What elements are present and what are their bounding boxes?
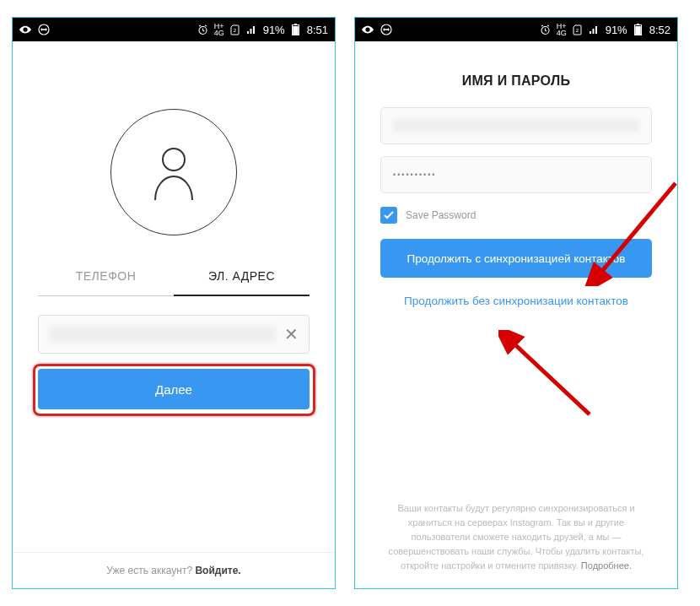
network-type-icon: H+4G — [557, 23, 567, 36]
status-bar: H+4G 2 91% 8:52 — [355, 18, 677, 41]
signal-icon — [589, 24, 600, 35]
name-field[interactable] — [380, 107, 652, 144]
svg-text:2: 2 — [576, 28, 579, 33]
svg-text:2: 2 — [234, 28, 237, 33]
svg-rect-5 — [293, 26, 299, 35]
signup-tabs: ТЕЛЕФОН ЭЛ. АДРЕС — [38, 257, 310, 296]
name-value-redacted — [393, 119, 639, 133]
eye-icon — [19, 24, 31, 35]
alarm-icon — [197, 24, 209, 35]
person-icon — [148, 143, 199, 202]
svg-rect-11 — [637, 24, 639, 25]
battery-icon — [633, 24, 644, 35]
email-input[interactable]: ✕ — [38, 315, 310, 354]
login-link[interactable]: Войдите. — [195, 565, 240, 576]
status-bar: H+4G 2 91% 8:51 — [13, 18, 335, 41]
teamviewer-icon — [380, 24, 392, 35]
svg-point-6 — [163, 149, 185, 170]
save-password-label: Save Password — [406, 209, 476, 221]
sim-icon: 2 — [229, 24, 241, 35]
network-type-icon: H+4G — [214, 23, 224, 36]
battery-pct: 91% — [263, 24, 285, 36]
clear-icon[interactable]: ✕ — [276, 324, 299, 344]
signal-icon — [246, 24, 258, 35]
battery-pct: 91% — [606, 24, 627, 36]
learn-more-link[interactable]: Подробнее. — [581, 560, 632, 571]
annotation-arrow — [498, 330, 600, 423]
password-field[interactable]: •••••••••• — [380, 156, 652, 193]
save-password-checkbox[interactable] — [380, 207, 397, 224]
email-value-redacted — [49, 326, 276, 343]
teamviewer-icon — [38, 24, 50, 35]
eye-icon — [362, 24, 374, 35]
page-title: ИМЯ И ПАРОЛЬ — [355, 73, 677, 89]
login-prompt: Уже есть аккаунт? Войдите. — [13, 552, 335, 588]
clock-time: 8:51 — [307, 24, 328, 36]
clock-time: 8:52 — [649, 24, 670, 36]
svg-rect-4 — [294, 24, 297, 25]
sim-icon: 2 — [572, 24, 584, 35]
tab-phone[interactable]: ТЕЛЕФОН — [38, 257, 174, 296]
svg-rect-12 — [635, 26, 641, 35]
avatar-placeholder — [110, 109, 237, 235]
tab-email[interactable]: ЭЛ. АДРЕС — [174, 257, 310, 296]
alarm-icon — [540, 24, 552, 35]
continue-no-sync-link[interactable]: Продолжить без синхронизации контактов — [380, 295, 652, 307]
battery-icon — [290, 24, 302, 35]
continue-sync-button[interactable]: Продолжить с синхронизацией контактов — [380, 239, 652, 278]
password-value: •••••••••• — [393, 170, 437, 179]
contacts-disclaimer: Ваши контакты будут регулярно синхронизи… — [355, 501, 677, 588]
phone-signup-email: H+4G 2 91% 8:51 — [12, 17, 336, 589]
phone-name-password: H+4G 2 91% 8:52 ИМЯ И ПАРОЛЬ ••••• — [354, 17, 678, 589]
annotation-highlight — [33, 364, 315, 416]
